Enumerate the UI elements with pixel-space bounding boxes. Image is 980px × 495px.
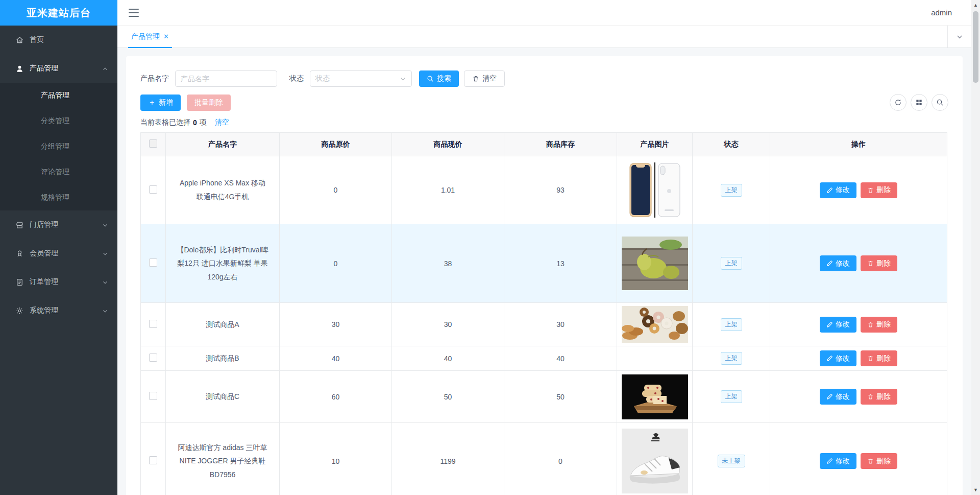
- edit-button[interactable]: 修改: [820, 389, 856, 405]
- top-header: admin: [117, 0, 980, 26]
- status-badge[interactable]: 上架: [721, 257, 742, 270]
- sidebar-subitem-0[interactable]: 产品管理: [0, 83, 117, 108]
- product-image-iphone: [622, 159, 688, 221]
- scroll-down-arrow-icon[interactable]: ▼: [971, 486, 980, 494]
- status-badge[interactable]: 上架: [721, 318, 742, 331]
- sidebar-item-3[interactable]: 会员管理: [0, 239, 117, 268]
- row-checkbox[interactable]: [149, 320, 157, 328]
- chevron-down-icon: [956, 33, 963, 40]
- search-button[interactable]: 搜索: [419, 70, 459, 87]
- product-name-label: 产品名字: [140, 74, 169, 83]
- pencil-icon: [826, 458, 833, 464]
- selection-clear-link[interactable]: 清空: [215, 118, 229, 127]
- table-row: 阿迪达斯官方 adidas 三叶草 NITE JOGGER 男子经典鞋BD795…: [141, 423, 947, 495]
- original-price-cell: 0: [280, 156, 392, 224]
- column-header-5: 产品图片: [617, 133, 693, 156]
- stock-cell: 0: [504, 423, 617, 495]
- pencil-icon: [826, 260, 833, 267]
- column-header-4: 商品库存: [504, 133, 617, 156]
- edit-button[interactable]: 修改: [820, 317, 856, 333]
- gear-icon: [15, 306, 24, 315]
- delete-button[interactable]: 删除: [861, 350, 897, 366]
- column-header-1: 产品名字: [166, 133, 280, 156]
- sidebar-item-2[interactable]: 门店管理: [0, 210, 117, 239]
- sidebar-subitem-2[interactable]: 分组管理: [0, 134, 117, 159]
- batch-delete-button[interactable]: 批量删除: [187, 95, 231, 111]
- current-price-cell: 1.01: [392, 156, 504, 224]
- sidebar-item-4[interactable]: 订单管理: [0, 268, 117, 296]
- delete-button[interactable]: 删除: [861, 255, 897, 271]
- status-badge[interactable]: 未上架: [718, 455, 745, 467]
- column-header-0: [141, 133, 166, 156]
- product-name-cell: 阿迪达斯官方 adidas 三叶草 NITE JOGGER 男子经典鞋BD795…: [166, 423, 280, 495]
- delete-button[interactable]: 删除: [861, 453, 897, 469]
- trash-icon: [867, 393, 874, 400]
- delete-button[interactable]: 删除: [861, 317, 897, 333]
- chevron-down-icon: [102, 308, 108, 314]
- product-name-cell: 测试商品C: [166, 371, 280, 423]
- original-price-cell: 30: [280, 303, 392, 346]
- original-price-cell: 0: [280, 224, 392, 303]
- filter-row: 产品名字 状态 状态 搜索 清空: [140, 70, 948, 87]
- column-header-6: 状态: [693, 133, 770, 156]
- column-header-2: 商品原价: [280, 133, 392, 156]
- delete-button[interactable]: 删除: [861, 389, 897, 405]
- row-checkbox[interactable]: [149, 456, 157, 464]
- tab-close-icon[interactable]: ✕: [163, 33, 169, 40]
- sidebar-subitem-3[interactable]: 评论管理: [0, 159, 117, 185]
- chevron-up-icon: [102, 65, 108, 72]
- column-settings-button[interactable]: [911, 94, 927, 111]
- row-checkbox[interactable]: [149, 353, 157, 362]
- current-price-cell: 30: [392, 303, 504, 346]
- row-checkbox[interactable]: [149, 185, 157, 194]
- hamburger-icon[interactable]: [129, 9, 139, 17]
- edit-button[interactable]: 修改: [820, 453, 856, 469]
- product-image-cookies: [622, 374, 688, 419]
- product-image-cell: [617, 371, 693, 423]
- delete-button[interactable]: 删除: [861, 182, 897, 198]
- toolbar-row: ＋ 新增 批量删除: [140, 94, 948, 111]
- product-image-pear: [622, 237, 688, 290]
- product-table: 产品名字商品原价商品现价商品库存产品图片状态操作 Apple iPhone XS…: [140, 132, 947, 495]
- sidebar-subitem-4[interactable]: 规格管理: [0, 185, 117, 210]
- edit-button[interactable]: 修改: [820, 182, 856, 198]
- add-button[interactable]: ＋ 新增: [140, 95, 181, 111]
- row-checkbox[interactable]: [149, 258, 157, 267]
- product-image-shoe: [622, 429, 688, 493]
- sidebar-item-label: 产品管理: [30, 64, 102, 73]
- chevron-down-icon: [102, 222, 108, 228]
- grid-icon: [915, 99, 923, 106]
- status-badge[interactable]: 上架: [721, 390, 742, 403]
- original-price-cell: 10: [280, 423, 392, 495]
- sidebar-item-label: 订单管理: [30, 277, 102, 287]
- user-menu[interactable]: admin: [931, 8, 952, 17]
- tab-list-dropdown-button[interactable]: [947, 26, 971, 48]
- table-search-button[interactable]: [932, 94, 948, 111]
- refresh-button[interactable]: [890, 94, 906, 111]
- status-badge[interactable]: 上架: [721, 352, 742, 365]
- tab-product-management[interactable]: 产品管理 ✕: [128, 26, 172, 48]
- scroll-up-arrow-icon[interactable]: ▲: [971, 1, 980, 9]
- sidebar-subitem-1[interactable]: 分类管理: [0, 108, 117, 134]
- sidebar-item-5[interactable]: 系统管理: [0, 296, 117, 325]
- status-select[interactable]: 状态: [310, 70, 412, 87]
- current-price-cell: 50: [392, 371, 504, 423]
- clear-button[interactable]: 清空: [464, 70, 505, 87]
- edit-button[interactable]: 修改: [820, 350, 856, 366]
- product-name-cell: 【Dole都乐】比利时Truval啤梨12只 进口水果新鲜梨 单果120g左右: [166, 224, 280, 303]
- order-icon: [15, 277, 24, 287]
- edit-button[interactable]: 修改: [820, 255, 856, 271]
- sidebar-item-0[interactable]: 首页: [0, 26, 117, 54]
- vertical-scrollbar[interactable]: ▲ ▼: [971, 0, 980, 495]
- scrollbar-thumb[interactable]: [973, 11, 978, 83]
- product-image-donuts: [622, 306, 688, 343]
- shop-icon: [15, 220, 24, 229]
- sidebar-item-1[interactable]: 产品管理: [0, 54, 117, 83]
- select-all-checkbox[interactable]: [149, 139, 157, 148]
- original-price-cell: 60: [280, 371, 392, 423]
- row-checkbox[interactable]: [149, 392, 157, 400]
- status-badge[interactable]: 上架: [721, 184, 742, 197]
- column-header-3: 商品现价: [392, 133, 504, 156]
- search-icon: [936, 99, 944, 106]
- product-name-input[interactable]: [175, 70, 277, 87]
